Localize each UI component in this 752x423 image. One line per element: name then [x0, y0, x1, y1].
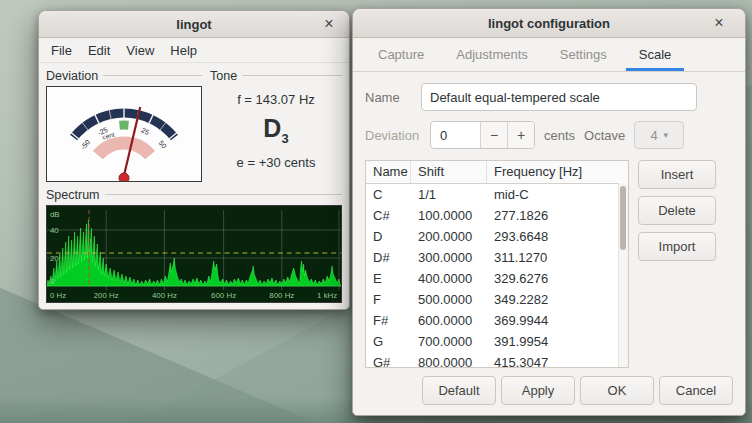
tone-frame-label: Tone: [210, 69, 237, 83]
apply-button[interactable]: Apply: [501, 376, 575, 405]
note-octave: 3: [281, 131, 288, 146]
deviation-spinbox: 0 − +: [430, 121, 535, 149]
scale-name-input[interactable]: [421, 83, 697, 111]
column-header-name[interactable]: Name: [366, 161, 411, 183]
frame-divider: [103, 75, 202, 76]
tab-capture[interactable]: Capture: [365, 38, 437, 71]
menu-file[interactable]: File: [44, 41, 79, 60]
note-name: D: [263, 114, 281, 142]
cancel-button[interactable]: Cancel: [659, 376, 733, 405]
shift-cell: 700.0000: [411, 334, 487, 349]
gauge-needle-pivot: [119, 173, 129, 181]
note-readout: D3: [210, 114, 342, 146]
y-tick-20: 20: [50, 254, 59, 263]
table-row[interactable]: F 500.0000 349.2282: [366, 289, 628, 310]
table-row[interactable]: D# 300.0000 311.1270: [366, 247, 628, 268]
close-icon[interactable]: ×: [319, 14, 339, 34]
note-cell: C#: [366, 208, 411, 223]
main-content: Deviation: [39, 63, 349, 303]
octave-dropdown[interactable]: 4 ▾: [634, 121, 684, 149]
column-header-frequency[interactable]: Frequency [Hz]: [487, 161, 628, 183]
table-row[interactable]: C 1/1 mid-C: [366, 184, 628, 205]
table-row[interactable]: C# 100.0000 277.1826: [366, 205, 628, 226]
main-window-titlebar[interactable]: lingot ×: [39, 11, 349, 38]
ok-button[interactable]: OK: [580, 376, 654, 405]
x-tick-200hz: 200 Hz: [94, 291, 119, 300]
shift-cell: 200.0000: [411, 229, 487, 244]
menu-edit[interactable]: Edit: [81, 41, 117, 60]
gauge-label-25: 25: [140, 126, 150, 136]
plus-icon[interactable]: +: [507, 122, 534, 148]
y-tick-40: 40: [50, 226, 59, 235]
shift-cell: 100.0000: [411, 208, 487, 223]
tab-settings[interactable]: Settings: [547, 38, 620, 71]
deviation-frame-label: Deviation: [46, 69, 98, 83]
import-button[interactable]: Import: [638, 232, 716, 261]
frequency-cell: 391.9954: [487, 334, 628, 349]
frequency-cell: 415.3047: [487, 355, 628, 368]
table-row[interactable]: F# 600.0000 369.9944: [366, 310, 628, 331]
tab-adjustments[interactable]: Adjustments: [443, 38, 541, 71]
shift-cell: 300.0000: [411, 250, 487, 265]
menubar: File Edit View Help: [39, 38, 349, 63]
table-row[interactable]: G 700.0000 391.9954: [366, 331, 628, 352]
name-field-label: Name: [365, 90, 421, 105]
note-cell: G: [366, 334, 411, 349]
column-header-shift[interactable]: Shift: [411, 161, 487, 183]
scale-notes-table: Name Shift Frequency [Hz] C 1/1 mid-C C#…: [365, 160, 629, 368]
shift-cell: 400.0000: [411, 271, 487, 286]
y-tick-0: 0: [50, 277, 55, 286]
shift-cell: 800.0000: [411, 355, 487, 368]
frequency-readout: f = 143.07 Hz: [210, 92, 342, 107]
frequency-cell: 277.1826: [487, 208, 628, 223]
cents-label: cents: [544, 128, 575, 143]
table-row[interactable]: D 200.0000 293.6648: [366, 226, 628, 247]
deviation-value[interactable]: 0: [431, 122, 480, 148]
scrollbar-thumb[interactable]: [620, 186, 626, 250]
table-action-buttons: Insert Delete Import: [638, 160, 716, 368]
frequency-cell: 349.2282: [487, 292, 628, 307]
note-cell: D#: [366, 250, 411, 265]
desktop: lingot × File Edit View Help Deviation: [0, 0, 752, 423]
frequency-cell: mid-C: [487, 187, 628, 202]
note-cell: F#: [366, 313, 411, 328]
close-icon[interactable]: ×: [709, 13, 729, 33]
gauge-label-minus50: -50: [79, 138, 91, 150]
note-cell: C: [366, 187, 411, 202]
table-row[interactable]: E 400.0000 329.6276: [366, 268, 628, 289]
spectrum-plot: dB 40 20 0 0 Hz 200 Hz 400 Hz 600 Hz 800…: [46, 205, 342, 303]
deviation-label: Deviation: [365, 128, 421, 143]
scale-tab-panel: Name Deviation 0 − + cents Octave 4 ▾: [353, 72, 745, 368]
tone-frame: Tone f = 143.07 Hz D3 e = +30 cents: [210, 67, 342, 182]
menu-help[interactable]: Help: [163, 41, 204, 60]
gauge-label-50: 50: [158, 139, 168, 150]
config-window-title: lingot configuration: [488, 16, 610, 31]
lingot-main-window: lingot × File Edit View Help Deviation: [38, 10, 350, 310]
octave-value: 4: [650, 128, 657, 143]
tab-scale[interactable]: Scale: [626, 38, 685, 71]
insert-button[interactable]: Insert: [638, 160, 716, 189]
x-tick-400hz: 400 Hz: [152, 291, 177, 300]
table-scrollbar[interactable]: [618, 183, 628, 367]
table-row[interactable]: G# 800.0000 415.3047: [366, 352, 628, 368]
chevron-down-icon: ▾: [664, 130, 669, 140]
octave-label: Octave: [584, 128, 625, 143]
x-tick-600hz: 600 Hz: [211, 291, 236, 300]
frequency-cell: 369.9944: [487, 313, 628, 328]
spectrum-frame: Spectrum: [46, 186, 342, 303]
config-window-titlebar[interactable]: lingot configuration ×: [353, 9, 745, 38]
frequency-cell: 329.6276: [487, 271, 628, 286]
menu-view[interactable]: View: [119, 41, 161, 60]
x-tick-800hz: 800 Hz: [269, 291, 294, 300]
default-button[interactable]: Default: [422, 376, 496, 405]
frequency-cell: 293.6648: [487, 229, 628, 244]
shift-cell: 1/1: [411, 187, 487, 202]
shift-cell: 500.0000: [411, 292, 487, 307]
main-window-title: lingot: [176, 17, 211, 32]
y-axis-unit: dB: [50, 210, 60, 219]
x-tick-1khz: 1 kHz: [317, 291, 337, 300]
frequency-cell: 311.1270: [487, 250, 628, 265]
minus-icon[interactable]: −: [480, 122, 507, 148]
note-cell: D: [366, 229, 411, 244]
delete-button[interactable]: Delete: [638, 196, 716, 225]
